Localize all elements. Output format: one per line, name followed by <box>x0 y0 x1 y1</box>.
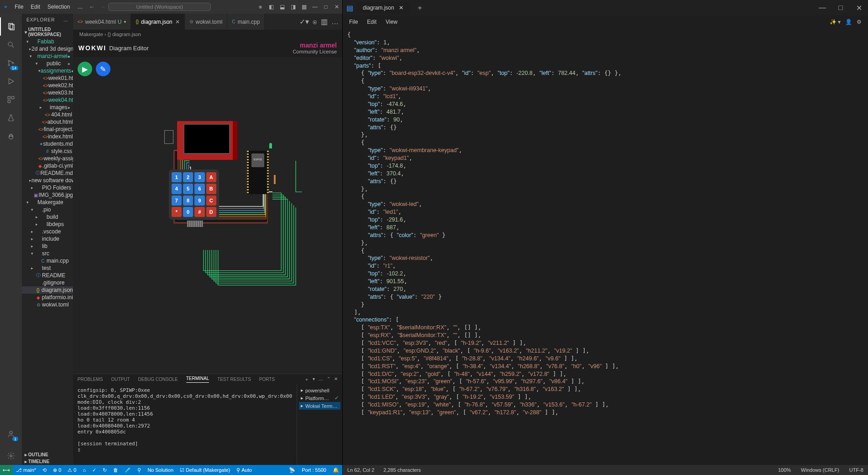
user-icon[interactable]: 👤 <box>845 19 852 25</box>
tree-IMG_3066.jpg[interactable]: ▣IMG_3066.jpg <box>22 191 73 199</box>
panel-tab-test results[interactable]: TEST RESULTS <box>217 377 251 382</box>
maximize-panel-icon[interactable]: ⌃ <box>327 376 330 383</box>
menu-selection[interactable]: Selection <box>44 4 73 10</box>
editor2-code[interactable]: { "version": 1, "author": "manzi armel",… <box>343 28 868 465</box>
eol-mode[interactable]: Windows (CRLF) <box>801 467 839 473</box>
key-6[interactable]: 6 <box>194 184 204 194</box>
split-icon[interactable]: ▥ <box>321 17 328 26</box>
tree-build[interactable]: ▸build <box>22 213 73 221</box>
menu-file[interactable]: File <box>11 4 27 10</box>
tree-week03.html[interactable]: <>week03.html <box>22 89 73 96</box>
chip-icon[interactable]: ⍟ <box>313 18 317 26</box>
tree-wokwi.toml[interactable]: ⚙wokwi.toml <box>22 301 73 308</box>
key-7[interactable]: 7 <box>172 195 182 206</box>
menu-edit[interactable]: Edit <box>27 4 44 10</box>
esp32-board[interactable]: ESP32 <box>249 151 267 194</box>
tree-about.html[interactable]: <>about.html <box>22 118 73 126</box>
window-close-icon[interactable]: ✕ <box>850 4 868 12</box>
tree-week04.html[interactable]: <>week04.htmlU <box>22 96 73 104</box>
beaker-icon[interactable]: 🧪 <box>121 467 134 473</box>
tree-.gitignore[interactable]: .gitignore <box>22 279 73 286</box>
outline-section[interactable]: ▸ OUTLINE <box>22 451 73 458</box>
radio-icon[interactable]: 📡 <box>286 467 298 473</box>
trash-icon[interactable]: 🗑 <box>110 467 121 473</box>
solution[interactable]: No Solution <box>144 467 177 473</box>
tree-students.md[interactable]: ✦students.md <box>22 140 73 148</box>
menu2-file[interactable]: File <box>345 19 362 25</box>
key-#[interactable]: # <box>194 207 204 217</box>
tree-src[interactable]: ▾src <box>22 250 73 257</box>
panel-tab-output[interactable]: OUTPUT <box>111 377 130 382</box>
key-*[interactable]: * <box>172 207 182 217</box>
nav-fwd-icon[interactable]: → <box>97 4 108 10</box>
workspace-section[interactable]: ▾ UNTITLED (WORKSPACE) <box>22 26 73 38</box>
tree-platformio.ini[interactable]: ◆platformio.ini <box>22 294 73 301</box>
tab-wokwi.toml[interactable]: ⚙wokwi.toml <box>185 14 228 30</box>
tree-libdeps[interactable]: ▸libdeps <box>22 221 73 228</box>
tree-week01.html[interactable]: <>week01.html <box>22 74 73 82</box>
search-icon[interactable] <box>0 36 22 54</box>
scm-icon[interactable]: 14 <box>0 54 22 72</box>
resistor-component[interactable] <box>274 175 276 184</box>
panel-more-icon[interactable]: … <box>319 376 323 383</box>
tree-PIO Folders[interactable]: ▸PIO Folders <box>22 184 73 191</box>
tree-new software download[interactable]: ▸new software download <box>22 177 73 184</box>
tab-diagram.json[interactable]: {}diagram.json✕ <box>131 14 184 30</box>
git-branch[interactable]: ⎇ main* <box>13 467 39 473</box>
tree-.pio[interactable]: ▾.pio <box>22 206 73 213</box>
bell-icon[interactable]: 🔔 <box>329 467 342 473</box>
panel-tab-problems[interactable]: PROBLEMS <box>78 377 103 382</box>
window-max-icon[interactable]: □ <box>320 4 331 10</box>
new-tab-button[interactable]: ＋ <box>410 3 430 13</box>
zoom-level[interactable]: 100% <box>778 467 791 473</box>
tree-images[interactable]: ▸images● <box>22 104 73 111</box>
window-min-icon[interactable]: — <box>813 4 831 12</box>
tree-.vscode[interactable]: ▸.vscode <box>22 228 73 235</box>
remote-indicator[interactable]: ⟷ <box>0 465 13 475</box>
new-terminal-icon[interactable]: ＋ <box>304 376 309 383</box>
tree-weekly-assignments.html[interactable]: <>weekly-assignments.html <box>22 155 73 162</box>
debug-icon[interactable] <box>0 72 22 90</box>
target-icon[interactable]: ☑ Default (Makergate) <box>177 467 233 473</box>
tree-README.md[interactable]: ⓘREADME.md <box>22 169 73 177</box>
key-A[interactable]: A <box>206 172 216 182</box>
plug-icon[interactable]: ⚲ <box>134 467 144 473</box>
window-max-icon[interactable]: □ <box>831 4 850 12</box>
menu2-view[interactable]: View <box>381 19 402 25</box>
panel-tab-ports[interactable]: PORTS <box>259 377 275 382</box>
key-D[interactable]: D <box>206 207 216 217</box>
key-C[interactable]: C <box>206 195 216 206</box>
tree-Makergate[interactable]: ▾Makergate <box>22 199 73 206</box>
terminal-Wokwi Term…[interactable]: ▸Wokwi Term… <box>299 402 340 410</box>
port-status[interactable]: Port : 5500 <box>298 467 329 473</box>
tree-assignments[interactable]: ▾assignments● <box>22 67 73 74</box>
layout-custom-icon[interactable]: ▦ <box>298 4 309 10</box>
explorer-icon[interactable] <box>0 17 22 36</box>
key-0[interactable]: 0 <box>183 207 193 217</box>
command-center[interactable]: Untitled (Workspace) <box>108 3 211 11</box>
key-B[interactable]: B <box>206 184 216 194</box>
menu2-edit[interactable]: Edit <box>362 19 381 25</box>
tree-test[interactable]: ▸test <box>22 264 73 272</box>
chevron-down-icon[interactable]: ▾ <box>313 376 315 383</box>
status-errors[interactable]: ⊗ 0 <box>50 467 64 473</box>
key-5[interactable]: 5 <box>183 184 193 194</box>
copilot-icon[interactable]: ⎈ <box>255 4 266 10</box>
menu-more[interactable]: … <box>73 4 86 10</box>
nav-back-icon[interactable]: ← <box>86 4 97 10</box>
tree-public[interactable]: ▾public● <box>22 60 73 67</box>
status-warnings[interactable]: ⚠ 0 <box>64 467 79 473</box>
tree-index.html[interactable]: <>index.html <box>22 133 73 140</box>
testing-icon[interactable] <box>0 109 22 127</box>
auto-mode[interactable]: ⚲ Auto <box>233 467 255 473</box>
tree-include[interactable]: ▸include <box>22 235 73 243</box>
account-icon[interactable]: 1 <box>0 425 22 443</box>
key-2[interactable]: 2 <box>183 172 193 182</box>
cursor-pos[interactable]: Ln 62, Col 2 <box>347 467 374 473</box>
tab-week04.html[interactable]: <>week04.html U● <box>73 14 131 30</box>
platformio-icon[interactable] <box>0 127 22 145</box>
run-checks-icon[interactable]: ✓▾ <box>299 17 309 26</box>
layout-bottom-icon[interactable]: ⬓ <box>277 4 288 10</box>
settings-gear-icon[interactable] <box>0 447 22 465</box>
tab-main.cpp[interactable]: Cmain.cpp <box>227 14 265 30</box>
